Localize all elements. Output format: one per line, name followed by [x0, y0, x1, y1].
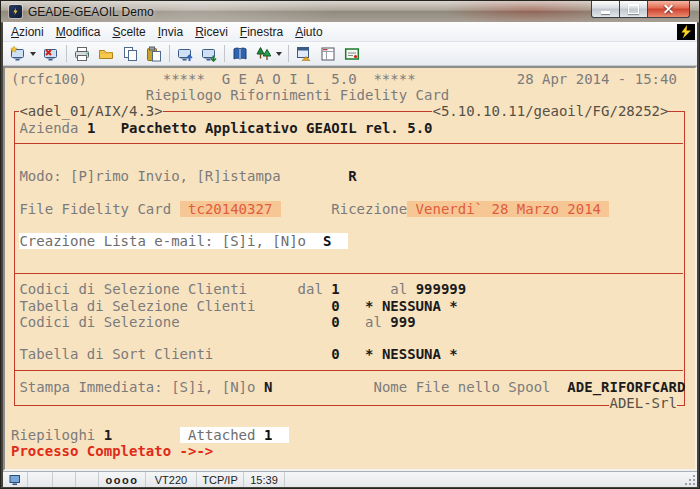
- field-value[interactable]: ADE_RIFORFCARD: [567, 379, 685, 395]
- terminal-text: [112, 427, 179, 443]
- terminal-text: [340, 281, 391, 297]
- status-blank: [76, 472, 99, 487]
- terminal-text: [95, 427, 103, 443]
- minimize-button[interactable]: [591, 1, 620, 18]
- field-value[interactable]: R: [348, 168, 356, 184]
- terminal-text: [95, 120, 120, 136]
- paste-button[interactable]: [142, 43, 166, 64]
- terminal-text: Creazione Lista e-mail: [S]i, [N]o: [19, 233, 322, 249]
- field-value[interactable]: 1: [331, 281, 339, 297]
- field-value[interactable]: 999999: [416, 281, 467, 297]
- macro-button[interactable]: [252, 43, 276, 64]
- terminal-text: Stampa Immediata: [S]i, [N]o: [19, 379, 255, 395]
- terminal-text: (rcfc100) ***** G E A O I L 5.0 ***** 28…: [11, 71, 677, 87]
- field-value[interactable]: 0: [331, 314, 339, 330]
- menu-item-finestra[interactable]: Finestra: [234, 23, 289, 41]
- status-protocol: TCP/IP: [197, 472, 244, 487]
- status-bar: ooooVT220TCP/IP15:39: [3, 471, 697, 487]
- menu-item-modifica[interactable]: Modifica: [50, 23, 107, 41]
- field-value[interactable]: 999: [390, 314, 415, 330]
- terminal-text: Riepiloghi: [11, 427, 95, 443]
- print-button[interactable]: [70, 43, 94, 64]
- folder-icon: [98, 46, 114, 62]
- field-value[interactable]: 1: [104, 427, 112, 443]
- terminal-text: Tabella di Selezione Clienti: [19, 298, 255, 314]
- close-icon: [663, 4, 674, 15]
- book-icon: [232, 46, 248, 62]
- log-button[interactable]: [228, 43, 252, 64]
- maximize-icon: [628, 4, 639, 14]
- terminal-line: [11, 217, 695, 233]
- terminal-line: ADEL-Srl: [11, 395, 695, 411]
- terminal-line: Codici di Selezione 0 al 999: [11, 314, 695, 330]
- terminal-line: File Fidelity Card tc20140327 Ricezione …: [11, 201, 695, 217]
- new-session-button[interactable]: [6, 43, 30, 64]
- app-icon: [9, 5, 22, 18]
- terminal-text: dal: [298, 281, 323, 297]
- properties-button[interactable]: [316, 43, 340, 64]
- status-terminal-type: VT220: [146, 472, 197, 487]
- new-session-button-dropdown[interactable]: [30, 52, 36, 59]
- terminal-text: Azienda: [19, 120, 78, 136]
- field-value[interactable]: * NESSUNA *: [365, 346, 458, 362]
- title-bar[interactable]: GEADE-GEAOIL Demo: [1, 1, 699, 23]
- field-value[interactable]: * NESSUNA *: [365, 298, 458, 314]
- terminal-text: [213, 346, 331, 362]
- window-title: GEADE-GEAOIL Demo: [28, 5, 154, 19]
- close-button[interactable]: [648, 1, 690, 18]
- highlighted-field[interactable]: tc20140327: [180, 201, 281, 217]
- hotspot-lightning-icon[interactable]: [677, 24, 695, 40]
- field-value[interactable]: 0: [331, 346, 339, 362]
- terminal-text: [11, 395, 609, 411]
- terminal-text: Codici di Selezione: [19, 314, 179, 330]
- status-clock: 15:39: [244, 472, 285, 487]
- terminal-text: [281, 168, 348, 184]
- close-session-button[interactable]: [39, 43, 63, 64]
- run-applet-button[interactable]: [292, 43, 316, 64]
- menu-item-invia[interactable]: Invia: [152, 23, 189, 41]
- terminal-text: [340, 298, 365, 314]
- computer-icon[interactable]: [3, 472, 28, 487]
- toolbar-separator: [224, 45, 225, 62]
- terminal-line: Codici di Selezione Clienti dal 1 al 999…: [11, 281, 695, 297]
- send-file-button[interactable]: [173, 43, 197, 64]
- send-file-icon: [177, 46, 193, 62]
- terminal-line: Stampa Immediata: [S]i, [N]o N Nome File…: [11, 379, 695, 395]
- receive-file-button[interactable]: [197, 43, 221, 64]
- new-session-icon: [10, 46, 26, 62]
- menu-bar: AzioniModificaScelteInviaRiceviFinestraA…: [3, 22, 697, 42]
- terminal-line: Modo: [P]rimo Invio, [R]istampa R: [11, 168, 695, 184]
- terminal-text: [281, 201, 332, 217]
- terminal-screen[interactable]: (rcfc100) ***** G E A O I L 5.0 ***** 28…: [5, 68, 695, 469]
- terminal-text: Tabella di Sort Clienti: [19, 346, 213, 362]
- menu-item-scelte[interactable]: Scelte: [106, 23, 151, 41]
- resize-grip[interactable]: [684, 474, 696, 486]
- toolbar-separator: [66, 45, 67, 62]
- toolbar: [3, 42, 697, 66]
- highlighted-field[interactable]: Venerdi` 28 Marzo 2014: [407, 201, 609, 217]
- maximize-button[interactable]: [620, 1, 648, 18]
- window-arrow-icon: [296, 46, 312, 62]
- terminal-line: (rcfc100) ***** G E A O I L 5.0 ***** 28…: [11, 71, 695, 87]
- menu-item-azioni[interactable]: Azioni: [5, 23, 50, 41]
- copy-button[interactable]: [118, 43, 142, 64]
- terminal-line: Processo Completato ->->: [11, 443, 695, 459]
- terminal-text: [340, 346, 365, 362]
- terminal-text: Codici di Selezione Clienti: [19, 281, 247, 297]
- terminal-text: [407, 281, 415, 297]
- keypad-button[interactable]: [340, 43, 364, 64]
- macro-button-dropdown[interactable]: [276, 52, 282, 59]
- terminal-text: [331, 233, 348, 249]
- menu-item-ricevi[interactable]: Ricevi: [189, 23, 234, 41]
- minimize-icon: [601, 11, 610, 14]
- form-icon: [320, 46, 336, 62]
- field-value[interactable]: Pacchetto Applicativo GEAOIL rel. 5.0: [121, 120, 433, 136]
- field-value[interactable]: 0: [331, 298, 339, 314]
- terminal-text: [78, 120, 86, 136]
- terminal-line: Riepilogo Rifornimenti Fidelity Card: [11, 87, 695, 103]
- menu-item-aiuto[interactable]: Aiuto: [289, 23, 328, 41]
- terminal-text: al: [390, 281, 407, 297]
- terminal-line: <adel_01/AIX/4.3> <5.10.10.11/geaoil/FG/…: [11, 103, 695, 119]
- terminal-text: [247, 281, 298, 297]
- open-button[interactable]: [94, 43, 118, 64]
